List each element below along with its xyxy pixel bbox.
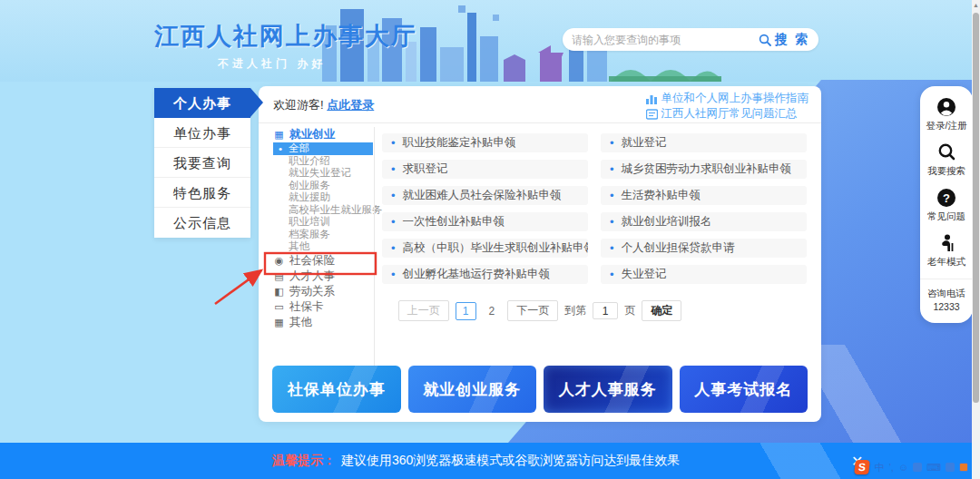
tree-item-5[interactable]: 就业援助: [273, 191, 373, 204]
ime-toolbar: S 中 ’, ☺ ⌨: [855, 459, 968, 475]
login-register-button[interactable]: 登录/注册: [920, 97, 973, 132]
page-number-1[interactable]: 1: [456, 302, 476, 320]
search-icon: [759, 34, 771, 46]
next-page-button[interactable]: 下一页: [507, 300, 558, 321]
tree-item-4[interactable]: 创业服务: [273, 180, 373, 192]
social-insurance-unit-button[interactable]: 社保单位办事: [272, 366, 401, 413]
tree-item-10[interactable]: ◉社会保险: [273, 253, 373, 269]
ime-microphone-icon[interactable]: [913, 463, 922, 472]
login-register-label: 登录/注册: [920, 120, 973, 132]
service-item-1[interactable]: •就业登记: [601, 133, 807, 152]
page-scrollbar[interactable]: ▲: [972, 0, 980, 479]
goto-confirm-button[interactable]: 确定: [642, 300, 681, 321]
sogou-ime-icon[interactable]: S: [855, 460, 871, 474]
tree-item-label: 就业创业: [289, 127, 335, 142]
service-item-9[interactable]: •个人创业担保贷款申请: [601, 239, 807, 258]
left-menu-item-4[interactable]: 公示信息: [154, 208, 250, 238]
site-brand: 江西人社网上办事大厅 不进人社门 办好: [154, 20, 417, 72]
category-tree: ▦就业创业全部职业介绍就业失业登记创业服务就业援助高校毕业生就业服务职业培训档案…: [273, 127, 373, 330]
tree-item-0[interactable]: ▦就业创业: [273, 127, 373, 142]
bullet-icon: •: [391, 189, 396, 202]
scrollbar-up-arrow[interactable]: ▲: [972, 0, 980, 11]
bullet-icon: •: [391, 162, 396, 176]
elderly-mode-label: 老年模式: [920, 256, 973, 269]
social-insurance-icon: ◉: [273, 256, 285, 266]
header-banner: 江西人社网上办事大厅 不进人社门 办好 搜 索: [0, 0, 980, 82]
ime-punctuation-icon[interactable]: ’,: [888, 460, 894, 474]
faq-sidebar-button[interactable]: ? 常见问题: [920, 188, 973, 223]
prev-page-button[interactable]: 上一页: [398, 300, 449, 321]
service-item-label: 失业登记: [622, 267, 667, 282]
service-item-label: 高校（中职）毕业生求职创业补贴申领: [403, 240, 588, 256]
left-menu-item-1[interactable]: 单位办事: [154, 118, 250, 148]
service-item-2[interactable]: •求职登记: [382, 160, 588, 179]
tree-item-9[interactable]: 其他: [273, 240, 373, 253]
service-item-label: 创业孵化基地运行费补贴申领: [403, 267, 551, 282]
page-number-2[interactable]: 2: [483, 303, 502, 319]
left-menu-item-2[interactable]: 我要查询: [154, 148, 250, 178]
ime-toolbox-icon[interactable]: [959, 463, 968, 472]
notice-text: 温馨提示： 建议使用360浏览器极速模式或谷歌浏览器访问达到最佳效果: [272, 443, 680, 479]
goto-page-input[interactable]: [593, 302, 618, 319]
goto-page-prefix: 到第: [564, 303, 586, 318]
ime-language-toggle[interactable]: 中: [874, 460, 884, 474]
operation-guide-link[interactable]: 单位和个人网上办事操作指南: [646, 91, 809, 106]
talent-hr-service-button[interactable]: 人才人事服务: [544, 366, 672, 413]
elderly-person-icon: [936, 233, 956, 253]
panel-divider: [259, 122, 821, 123]
talent-icon: ▤: [273, 271, 285, 281]
bar-chart-icon: [646, 93, 658, 104]
tree-item-label: 社会保险: [289, 253, 335, 269]
bullet-icon: •: [610, 136, 614, 150]
tree-item-11[interactable]: ▤人才人事: [273, 269, 373, 284]
scrollbar-thumb[interactable]: [973, 13, 979, 403]
site-title: 江西人社网上办事大厅: [154, 20, 417, 53]
tree-content-divider: [374, 127, 375, 395]
tree-item-1[interactable]: 全部: [273, 142, 373, 155]
bullet-icon: •: [610, 189, 614, 202]
left-menu-item-0[interactable]: 个人办事: [154, 88, 250, 118]
service-item-label: 个人创业担保贷款申请: [622, 240, 735, 256]
search-input[interactable]: [572, 34, 759, 46]
operation-guide-label: 单位和个人网上办事操作指南: [662, 91, 809, 106]
search-sidebar-label: 我要搜索: [920, 165, 973, 178]
login-link[interactable]: 点此登录: [327, 98, 374, 112]
svg-text:?: ?: [943, 191, 950, 205]
service-item-0[interactable]: •职业技能鉴定补贴申领: [382, 133, 588, 152]
search-button[interactable]: 搜 索: [759, 32, 809, 48]
elderly-mode-button[interactable]: 老年模式: [920, 233, 973, 269]
service-item-11[interactable]: •失业登记: [601, 265, 807, 284]
tree-item-12[interactable]: ◧劳动关系: [273, 284, 373, 299]
service-item-10[interactable]: •创业孵化基地运行费补贴申领: [382, 265, 588, 284]
tree-item-label: 劳动关系: [289, 284, 335, 299]
labor-relations-icon: ◧: [273, 287, 285, 297]
employment-service-button[interactable]: 就业创业服务: [408, 366, 537, 413]
service-item-label: 就业创业培训报名: [622, 214, 712, 230]
hotline-label: 咨询电话: [920, 287, 973, 300]
faq-summary-link[interactable]: 江西人社网厅常见问题汇总: [646, 106, 809, 122]
service-item-label: 就业登记: [622, 135, 667, 151]
service-item-6[interactable]: •一次性创业补贴申领: [382, 212, 588, 231]
ime-emoji-icon[interactable]: ☺: [898, 460, 908, 474]
service-item-4[interactable]: •就业困难人员社会保险补贴申领: [382, 186, 588, 205]
tree-item-8[interactable]: 档案服务: [273, 229, 373, 241]
service-item-5[interactable]: •生活费补贴申领: [601, 186, 807, 205]
hr-exam-registration-button[interactable]: 人事考试报名: [680, 366, 808, 413]
goto-page-suffix: 页: [624, 303, 635, 318]
left-menu-item-3[interactable]: 特色服务: [154, 178, 250, 208]
tree-item-7[interactable]: 职业培训: [273, 216, 373, 229]
search-sidebar-button[interactable]: 我要搜索: [920, 142, 973, 178]
ime-keyboard-icon[interactable]: ⌨: [926, 460, 941, 474]
tree-item-3[interactable]: 就业失业登记: [273, 167, 373, 180]
bullet-icon: •: [391, 215, 396, 229]
service-item-7[interactable]: •就业创业培训报名: [601, 212, 807, 231]
tree-item-6[interactable]: 高校毕业生就业服务: [273, 204, 373, 217]
service-item-3[interactable]: •城乡贫困劳动力求职创业补贴申领: [601, 160, 807, 179]
ime-skin-icon[interactable]: [946, 463, 955, 472]
service-item-8[interactable]: •高校（中职）毕业生求职创业补贴申领: [382, 239, 588, 258]
site-slogan: 不进人社门 办好: [218, 56, 417, 72]
page: 江西人社网上办事大厅 不进人社门 办好 搜 索 个人办事单位办事我要查询特色服务…: [0, 0, 980, 479]
annotation-red-arrow: [215, 270, 261, 304]
tree-item-2[interactable]: 职业介绍: [273, 155, 373, 168]
service-list: •职业技能鉴定补贴申领•就业登记•求职登记•城乡贫困劳动力求职创业补贴申领•就业…: [382, 133, 807, 284]
